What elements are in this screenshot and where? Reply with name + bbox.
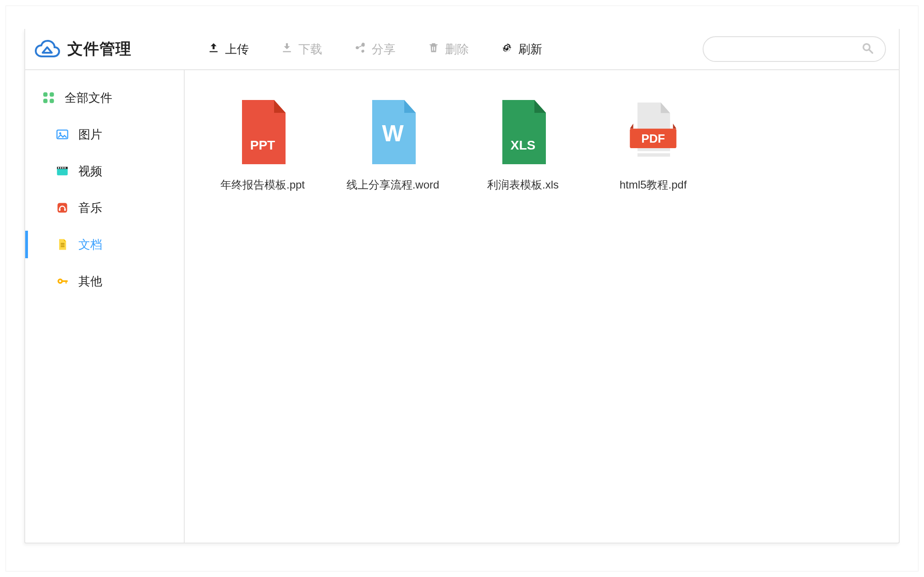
download-label: 下载 bbox=[298, 41, 322, 57]
upload-icon bbox=[208, 42, 220, 57]
svg-text:PPT: PPT bbox=[250, 138, 275, 152]
sidebar-item-other[interactable]: 其他 bbox=[25, 263, 184, 300]
svg-point-7 bbox=[59, 132, 61, 134]
sidebar-item-all-files[interactable]: 全部文件 bbox=[25, 79, 184, 116]
app-frame: 文件管理 上传 下载 分享 bbox=[24, 29, 900, 544]
file-item[interactable]: W 线上分享流程.word bbox=[333, 98, 452, 192]
sidebar-item-videos[interactable]: 视频 bbox=[25, 153, 184, 189]
sidebar-item-documents[interactable]: 文档 bbox=[25, 226, 184, 263]
search-icon bbox=[861, 42, 874, 56]
svg-rect-3 bbox=[50, 92, 54, 96]
upload-button[interactable]: 上传 bbox=[194, 38, 263, 61]
file-grid: PPT 年终报告模板.ppt W 线上分享流程.word bbox=[185, 70, 899, 543]
svg-rect-13 bbox=[65, 167, 66, 169]
svg-rect-22 bbox=[62, 280, 68, 282]
video-icon bbox=[55, 164, 69, 178]
cloud-logo-icon bbox=[33, 37, 61, 61]
svg-rect-23 bbox=[66, 280, 66, 283]
sidebar-item-label: 音乐 bbox=[78, 200, 102, 216]
key-icon bbox=[55, 274, 69, 288]
svg-rect-12 bbox=[62, 167, 63, 169]
delete-button[interactable]: 删除 bbox=[414, 38, 483, 61]
music-icon bbox=[55, 201, 69, 215]
trash-icon bbox=[428, 42, 440, 57]
delete-label: 删除 bbox=[445, 41, 469, 57]
file-name-label: 年终报告模板.ppt bbox=[220, 178, 305, 192]
body: 全部文件 图片 视频 音乐 bbox=[25, 70, 899, 543]
file-item[interactable]: XLS 利润表模板.xls bbox=[463, 98, 583, 192]
svg-rect-5 bbox=[50, 99, 54, 103]
image-icon bbox=[55, 128, 69, 141]
document-icon bbox=[55, 238, 69, 251]
svg-line-1 bbox=[869, 50, 873, 53]
topbar: 文件管理 上传 下载 分享 bbox=[25, 29, 899, 70]
svg-rect-10 bbox=[58, 167, 59, 169]
grid-icon bbox=[42, 91, 55, 105]
share-label: 分享 bbox=[372, 41, 396, 57]
search-box[interactable] bbox=[703, 36, 886, 62]
download-icon bbox=[281, 42, 293, 57]
refresh-label: 刷新 bbox=[518, 41, 542, 57]
logo-title-group: 文件管理 bbox=[33, 37, 189, 61]
search-input[interactable] bbox=[715, 43, 861, 55]
sidebar: 全部文件 图片 视频 音乐 bbox=[25, 70, 185, 543]
svg-rect-15 bbox=[59, 208, 60, 211]
svg-rect-4 bbox=[43, 99, 47, 103]
svg-text:W: W bbox=[382, 121, 404, 146]
download-button[interactable]: 下载 bbox=[267, 38, 336, 61]
svg-rect-11 bbox=[60, 167, 61, 169]
refresh-icon bbox=[501, 42, 513, 57]
app-title: 文件管理 bbox=[67, 39, 132, 60]
sidebar-item-images[interactable]: 图片 bbox=[25, 116, 184, 153]
sidebar-item-label: 图片 bbox=[78, 127, 102, 143]
ppt-file-icon: PPT bbox=[235, 98, 290, 166]
sidebar-item-label: 视频 bbox=[78, 163, 102, 179]
svg-rect-14 bbox=[58, 203, 67, 213]
svg-text:PDF: PDF bbox=[641, 132, 665, 145]
svg-rect-16 bbox=[64, 208, 66, 211]
toolbar: 上传 下载 分享 删除 bbox=[194, 36, 886, 62]
svg-point-21 bbox=[59, 280, 61, 283]
share-icon bbox=[354, 42, 366, 57]
svg-rect-8 bbox=[57, 168, 67, 175]
xls-file-icon: XLS bbox=[495, 98, 550, 166]
file-item[interactable]: PPT 年终报告模板.ppt bbox=[203, 98, 322, 192]
file-name-label: 线上分享流程.word bbox=[346, 178, 440, 192]
svg-rect-29 bbox=[638, 153, 670, 156]
word-file-icon: W bbox=[365, 98, 420, 166]
sidebar-item-music[interactable]: 音乐 bbox=[25, 189, 184, 226]
sidebar-item-label: 文档 bbox=[78, 237, 102, 253]
upload-label: 上传 bbox=[225, 41, 249, 57]
sidebar-item-label: 其他 bbox=[78, 273, 102, 289]
file-item[interactable]: PDF html5教程.pdf bbox=[594, 98, 713, 192]
file-name-label: 利润表模板.xls bbox=[487, 178, 559, 192]
svg-rect-2 bbox=[43, 92, 47, 96]
search-wrap bbox=[703, 36, 886, 62]
file-name-label: html5教程.pdf bbox=[620, 178, 687, 192]
pdf-file-icon: PDF bbox=[626, 98, 681, 166]
svg-text:XLS: XLS bbox=[511, 138, 535, 152]
refresh-button[interactable]: 刷新 bbox=[487, 38, 556, 61]
sidebar-all-files-label: 全部文件 bbox=[65, 90, 112, 106]
share-button[interactable]: 分享 bbox=[341, 38, 409, 61]
